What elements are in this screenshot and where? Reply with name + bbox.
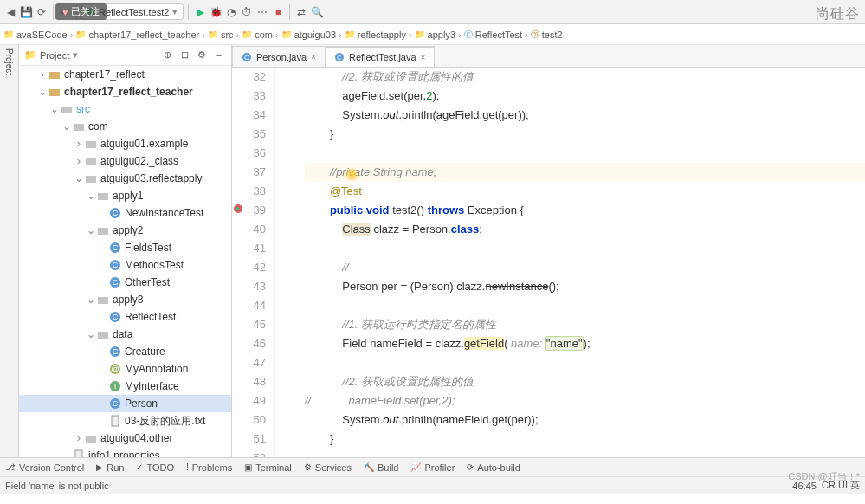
svg-rect-4: [61, 107, 72, 113]
tree-row[interactable]: ›atguigu01.example: [19, 135, 231, 152]
svg-text:C: C: [113, 209, 119, 217]
bottom-tab[interactable]: ▣Terminal: [244, 462, 292, 473]
pfolder-icon: [97, 294, 109, 306]
tree-row[interactable]: @MyAnnotation: [19, 360, 231, 378]
svg-text:C: C: [113, 347, 119, 356]
tree-row[interactable]: CCreature: [19, 343, 231, 360]
svg-rect-18: [98, 228, 108, 235]
tree-row[interactable]: IMyInterface: [19, 378, 231, 395]
ann-icon: @: [109, 363, 121, 375]
editor-tabs: CPerson.java×CReflectTest.java×: [232, 45, 865, 68]
pfolder-icon: [97, 190, 109, 202]
bottom-tab[interactable]: ✓TODO: [136, 462, 174, 473]
svg-text:@: @: [111, 365, 119, 373]
breadcrumb-item[interactable]: 📁apply3: [415, 29, 455, 40]
tree-row[interactable]: ›atguigu02._class: [19, 152, 231, 170]
marker-column: [275, 68, 289, 457]
project-sidebar: 📁Project▾ ⊕ ⊟ ⚙ − ›chapter17_reflect⌄cha…: [19, 45, 232, 457]
sidebar-header: 📁Project▾ ⊕ ⊟ ⚙ −: [19, 45, 231, 66]
svg-text:C: C: [113, 313, 119, 321]
editor-tab[interactable]: CReflectTest.java×: [325, 46, 436, 67]
tree-row[interactable]: ⌄apply1: [19, 187, 231, 204]
select-icon[interactable]: ⊟: [178, 48, 191, 62]
back-icon[interactable]: ◀: [3, 5, 17, 19]
editor-tab[interactable]: CPerson.java×: [232, 46, 326, 67]
settings-icon[interactable]: ⚙: [195, 48, 209, 62]
breadcrumb: 📁avaSECode›📁chapter17_reflect_teacher›📁s…: [0, 24, 865, 45]
svg-text:C: C: [113, 278, 119, 287]
bottom-tab[interactable]: ▶Run: [96, 462, 124, 473]
project-tool-tab[interactable]: Project: [4, 48, 14, 75]
tree-row[interactable]: CMethodsTest: [19, 256, 231, 274]
tree-row[interactable]: ⌄chapter17_reflect_teacher: [19, 83, 231, 100]
bottom-tab[interactable]: 📈Profiler: [410, 462, 455, 473]
tree-row[interactable]: CFieldsTest: [19, 239, 231, 256]
run-icon[interactable]: ▶: [193, 5, 207, 19]
svg-text:I: I: [114, 382, 117, 391]
class-icon: C: [109, 397, 121, 410]
tree-row[interactable]: CPerson: [19, 395, 231, 412]
project-tree[interactable]: ›chapter17_reflect⌄chapter17_reflect_tea…: [19, 66, 231, 457]
search-icon[interactable]: 🔍: [310, 5, 324, 19]
stop-icon[interactable]: ■: [271, 5, 285, 19]
pfolder-icon: [85, 155, 97, 167]
tree-row[interactable]: info1.properties: [19, 447, 231, 457]
breadcrumb-item[interactable]: ⒸReflectTest: [464, 29, 522, 41]
code-content[interactable]: //2. 获取或设置此属性的值 ageField.set(per,2); Sys…: [289, 68, 865, 457]
breadcrumb-item[interactable]: 📁com: [242, 29, 273, 40]
breadcrumb-item[interactable]: 📁chapter17_reflect_teacher: [75, 29, 199, 40]
class-icon: C: [109, 242, 121, 254]
bottom-tab[interactable]: ⟳Auto-build: [467, 462, 520, 473]
tree-row[interactable]: CNewInstanceTest: [19, 204, 231, 222]
tree-row[interactable]: ⌄atguigu03.reflectapply: [19, 170, 231, 187]
followed-badge: ♥已关注: [55, 3, 107, 20]
close-icon[interactable]: ×: [311, 52, 316, 61]
profile-icon[interactable]: ⏱: [240, 5, 254, 19]
vcs-icon[interactable]: ⇄: [294, 5, 308, 19]
breadcrumb-item[interactable]: 📁reflectapply: [345, 29, 406, 40]
bottom-tab[interactable]: ⚙Services: [304, 462, 352, 473]
tree-row[interactable]: CReflectTest: [19, 308, 231, 326]
bottom-tool-tabs: ⎇Version Control▶Run✓TODO!Problems▣Termi…: [0, 457, 865, 476]
breadcrumb-item[interactable]: 📁src: [208, 29, 234, 40]
bottom-tab[interactable]: !Problems: [186, 462, 232, 473]
iface-icon: I: [109, 380, 121, 392]
svg-rect-14: [98, 193, 108, 200]
main-toolbar: ◀ 💾 ⟳ ↩ ReflectTest.test2▾ ▶ 🐞 ◔ ⏱ ⋯ ■ ⇄…: [0, 0, 865, 24]
svg-rect-12: [86, 176, 96, 183]
save-icon[interactable]: 💾: [19, 5, 33, 19]
bottom-tab[interactable]: 🔨Build: [364, 462, 398, 473]
svg-rect-26: [98, 297, 108, 304]
watermark: 尚硅谷: [816, 5, 860, 23]
svg-text:C: C: [113, 261, 119, 269]
close-icon[interactable]: ×: [421, 53, 426, 62]
hide-icon[interactable]: −: [212, 48, 226, 62]
tree-row[interactable]: ⌄apply3: [19, 291, 231, 308]
breadcrumb-item[interactable]: ⓜtest2: [531, 29, 563, 41]
pfolder-icon: [85, 432, 97, 444]
collapse-icon[interactable]: ⊕: [160, 48, 174, 62]
tree-row[interactable]: ⌄data: [19, 326, 231, 343]
tree-row[interactable]: ›atguigu04.other: [19, 430, 231, 447]
coverage-icon[interactable]: ◔: [224, 5, 238, 19]
bottom-tab[interactable]: ⎇Version Control: [5, 462, 84, 473]
debug-icon[interactable]: 🐞: [209, 5, 223, 19]
breadcrumb-item[interactable]: 📁atguigu03: [281, 29, 336, 40]
tree-row[interactable]: COtherTest: [19, 274, 231, 291]
tree-row[interactable]: 03-反射的应用.txt: [19, 412, 231, 430]
editor: CPerson.java×CReflectTest.java× 32333435…: [232, 45, 865, 457]
tree-row[interactable]: ⌄com: [19, 118, 231, 135]
tree-row[interactable]: ⌄src: [19, 100, 231, 118]
breadcrumb-item[interactable]: 📁avaSECode: [3, 29, 68, 40]
attach-icon[interactable]: ⋯: [255, 5, 269, 19]
csdn-watermark: CSDN @叮当！*: [788, 470, 860, 483]
class-icon: C: [109, 276, 121, 288]
svg-text:C: C: [337, 54, 342, 61]
tree-row[interactable]: ›chapter17_reflect: [19, 66, 231, 83]
code-area[interactable]: 3233343536373839404142434445464748495051…: [232, 68, 865, 457]
left-tool-strip: Project: [0, 45, 19, 457]
run-gutter-icon[interactable]: [234, 204, 242, 213]
status-message: Field 'name' is not public: [5, 481, 109, 491]
sync-icon[interactable]: ⟳: [35, 5, 48, 19]
tree-row[interactable]: ⌄apply2: [19, 222, 231, 239]
